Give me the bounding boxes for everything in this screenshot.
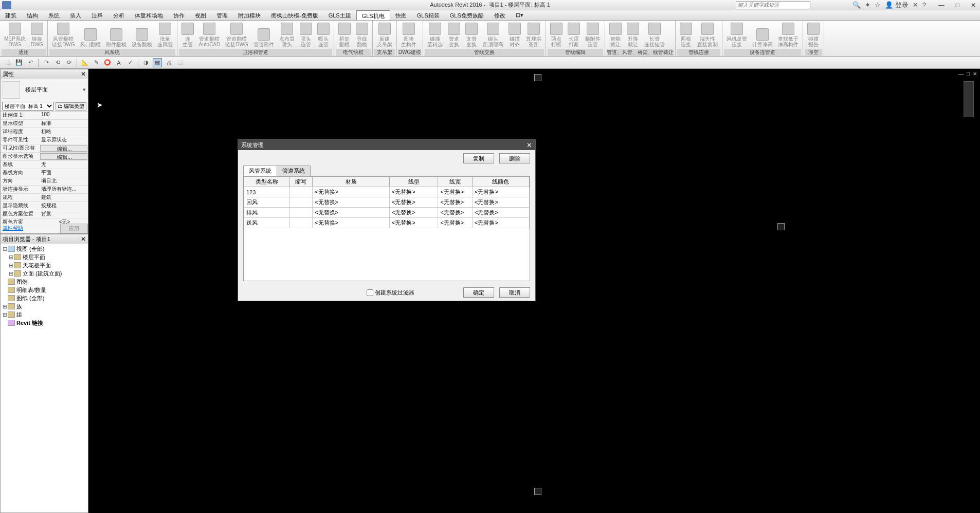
table-row[interactable]: 123<无替换><无替换><无替换><无替换> [244, 187, 530, 197]
ribbon-button[interactable]: 管道 变换 [445, 22, 463, 48]
minimize-button[interactable]: — [936, 2, 947, 9]
tree-node[interactable]: ⊞天花板平面 [2, 261, 87, 269]
ribbon-state-button[interactable]: ⊡▾ [511, 10, 529, 20]
properties-header[interactable]: 属性 ✕ [1, 69, 88, 79]
ribbon-button[interactable]: 链接 DWG [28, 22, 46, 48]
quickbar-button[interactable]: ✎ [92, 58, 101, 67]
property-row[interactable]: 显示隐藏线按规程 [1, 202, 88, 210]
ribbon-button[interactable]: 管道翻模 链接DWG [223, 22, 250, 48]
property-row[interactable]: 比例值 1:100 [1, 112, 88, 120]
ribbon-button[interactable]: 算规洪 茶距 [523, 22, 544, 48]
canvas-close-icon[interactable]: ✕ [972, 71, 978, 77]
quickbar-button[interactable]: ⬚ [3, 58, 12, 67]
menu-tab[interactable]: 协作 [168, 10, 190, 20]
quickbar-button[interactable]: ↶ [26, 58, 35, 67]
instance-selector[interactable]: 楼层平面: 标高 1 [2, 102, 54, 111]
dialog-titlebar[interactable]: 系统管理 ✕ [238, 140, 535, 150]
table-row[interactable]: 排风<无替换><无替换><无替换><无替换> [244, 208, 530, 218]
menu-tab[interactable]: 快图 [390, 10, 412, 20]
ribbon-button[interactable]: 桥架 翻模 [336, 22, 353, 48]
tree-node[interactable]: Revit 链接 [2, 319, 87, 327]
app-logo[interactable] [2, 1, 11, 9]
ribbon-button[interactable]: 升降 截让 [624, 22, 642, 48]
menu-tab[interactable]: GLS精装 [412, 10, 445, 20]
close-button[interactable]: ✕ [969, 2, 978, 9]
ribbon-button[interactable]: 碰撞 报告 [805, 22, 822, 48]
favorites-icon[interactable]: ☆ [875, 1, 881, 9]
tree-node[interactable]: 明细表/数量 [2, 286, 87, 294]
column-header[interactable]: 线型 [390, 177, 438, 187]
property-row[interactable]: 零件可见性显示原状态 [1, 136, 88, 144]
ok-button[interactable]: 确定 [463, 287, 494, 298]
menu-tab[interactable]: 管理 [211, 10, 233, 20]
tree-node[interactable]: 图例 [2, 278, 87, 286]
ribbon-button[interactable]: 附件翻模 [103, 22, 129, 48]
browser-header[interactable]: 项目浏览器 - 项目1 ✕ [1, 234, 88, 244]
menu-tab[interactable]: 分析 [108, 10, 130, 20]
property-row[interactable]: 方向项目北 [1, 177, 88, 186]
help-search-input[interactable] [736, 1, 810, 9]
ribbon-button[interactable]: 点布置 喷头 [277, 22, 297, 48]
table-row[interactable]: 回风<无替换><无替换><无替换><无替换> [244, 197, 530, 208]
elevation-marker-east[interactable] [777, 223, 785, 230]
ribbon-button[interactable]: 喷头 连管 [315, 22, 332, 48]
ribbon-button[interactable]: 智能 截让 [607, 22, 624, 48]
menu-tab[interactable]: 注释 [86, 10, 108, 20]
close-icon[interactable]: ✕ [81, 235, 86, 243]
quickbar-button[interactable]: A [114, 58, 123, 67]
ribbon-button[interactable]: 导线 翻模 [353, 22, 371, 48]
tree-node[interactable]: 图纸 (全部) [2, 294, 87, 302]
elevation-marker-north[interactable] [534, 74, 541, 81]
tree-node[interactable]: ⊟视图 (全部) [2, 245, 87, 253]
ribbon-button[interactable]: 图块 生构件 [398, 22, 419, 48]
ribbon-button[interactable]: 风口翻模 [78, 22, 103, 48]
menu-tab[interactable]: 衡枫山快模-免费版 [266, 10, 323, 20]
dialog-tab[interactable]: 风管系统 [243, 166, 277, 176]
ribbon-button[interactable]: 风管翻模 链接DWG [49, 22, 77, 48]
help-icon[interactable]: ? [922, 1, 926, 9]
copy-button[interactable]: 复制 [463, 153, 494, 163]
menu-tab[interactable]: 体量和场地 [130, 10, 168, 20]
column-header[interactable]: 类型名称 [244, 177, 290, 187]
menu-tab[interactable]: 视图 [190, 10, 211, 20]
system-table[interactable]: 类型名称缩写材质线型线宽线颜色123<无替换><无替换><无替换><无替换>回风… [243, 176, 530, 281]
column-header[interactable]: 线宽 [438, 177, 473, 187]
property-row[interactable]: 墙连接显示清理所有墙连... [1, 186, 88, 194]
menu-tab[interactable]: 系统 [43, 10, 65, 20]
table-row[interactable]: 送风<无替换><无替换><无替换><无替换> [244, 218, 530, 228]
close-icon[interactable]: ✕ [81, 70, 86, 78]
quickbar-button[interactable]: ✓ [125, 58, 135, 67]
ribbon-button[interactable]: 喷头 连管 [297, 22, 315, 48]
drawing-canvas[interactable]: ➤ — □ ✕ 系统管理 ✕ 复制 删除 风管系统管道系统 类型名称缩写材质线 [88, 69, 980, 513]
properties-grid[interactable]: 比例值 1:100显示模型标准详细程度粗略零件可见性显示原状态可见性/图形替换编… [1, 112, 88, 224]
ribbon-button[interactable]: 两根 连接 [677, 22, 695, 48]
ribbon-button[interactable]: MEP系统 DWG [2, 22, 28, 48]
type-selector[interactable]: 楼层平面 ▾ [1, 79, 88, 101]
quickbar-button[interactable]: ▦ [153, 58, 162, 67]
elevation-marker-south[interactable] [534, 488, 541, 495]
create-filter-checkbox[interactable]: 创建系统过滤器 [367, 289, 414, 297]
ribbon-button[interactable]: 新建 支吊架 [374, 22, 395, 48]
tree-node[interactable]: ⊞立面 (建筑立面) [2, 269, 87, 278]
ribbon-button[interactable]: 长度 打断 [565, 22, 583, 48]
ribbon-button[interactable]: 计算净高 [750, 22, 775, 48]
tree-node[interactable]: ⊞族 [2, 302, 87, 310]
menu-tab[interactable]: 结构 [22, 10, 43, 20]
ribbon-button[interactable]: 查找低于 净高构件 [775, 22, 801, 48]
property-row[interactable]: 颜色方案<无> [1, 218, 88, 224]
exchange-icon[interactable]: ✕ [913, 1, 918, 9]
property-row[interactable]: 颜色方案位置背景 [1, 210, 88, 218]
quickbar-button[interactable]: ⭕ [103, 58, 112, 67]
edit-type-button[interactable]: 🗂编辑类型 [56, 102, 86, 111]
apply-button[interactable]: 应用 [60, 224, 88, 233]
ribbon-button[interactable]: 碰撞 至科选 [425, 22, 445, 48]
column-header[interactable]: 缩写 [289, 177, 312, 187]
dialog-tab[interactable]: 管道系统 [277, 166, 311, 176]
ribbon-button[interactable]: 端失性 直接复制 [695, 22, 720, 48]
property-row[interactable]: 规程建筑 [1, 194, 88, 202]
menu-tab[interactable]: GLS机电 [356, 10, 390, 20]
ribbon-button[interactable]: 批量 连风管 [155, 22, 175, 48]
quickbar-button[interactable]: ⟲ [53, 58, 62, 67]
column-header[interactable]: 线颜色 [472, 177, 529, 187]
property-row[interactable]: 详细程度粗略 [1, 128, 88, 136]
